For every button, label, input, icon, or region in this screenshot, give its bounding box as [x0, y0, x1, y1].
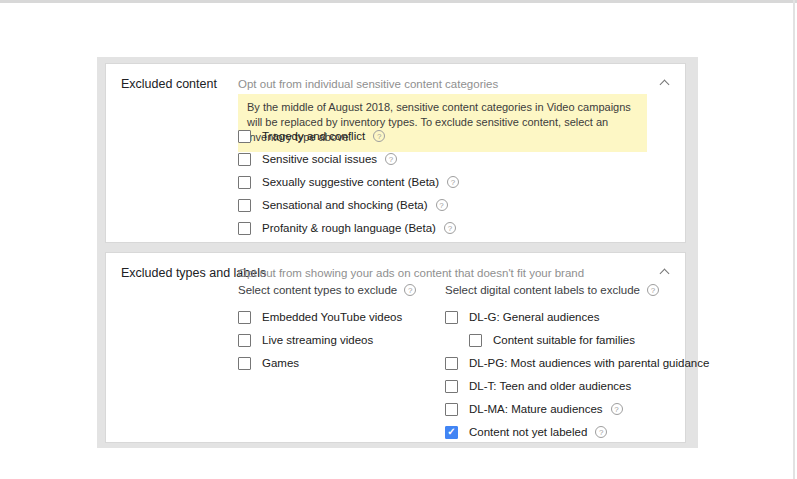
sensitive-category-list: ✓ Tragedy and conflict ? ✓ Sensitive soc…	[238, 128, 459, 243]
checkbox-row-tragedy-and-conflict: ✓ Tragedy and conflict ?	[238, 128, 459, 144]
checkbox[interactable]: ✓	[469, 334, 482, 347]
checkbox-row-profanity-rough-language: ✓ Profanity & rough language (Beta) ?	[238, 220, 459, 236]
checkbox[interactable]: ✓	[238, 130, 251, 143]
checkbox-label: Tragedy and conflict	[262, 130, 365, 142]
checkbox-label: Sexually suggestive content (Beta)	[262, 176, 439, 188]
checkbox[interactable]: ✓	[445, 357, 458, 370]
checkbox-row-games: ✓ Games	[238, 355, 445, 371]
column-header-label: Select content types to exclude	[238, 284, 397, 296]
help-icon[interactable]: ?	[647, 284, 659, 296]
settings-panel: Excluded content Opt out from individual…	[97, 57, 698, 448]
checkbox-row-content-suitable-families: ✓ Content suitable for families	[469, 332, 709, 348]
checkbox[interactable]: ✓	[238, 357, 251, 370]
column-header: Select content types to exclude ?	[238, 284, 445, 296]
exclusion-columns: Select content types to exclude ? ✓ Embe…	[238, 284, 709, 447]
checkmark-icon: ✓	[447, 427, 455, 437]
checkbox[interactable]: ✓	[238, 311, 251, 324]
checkbox[interactable]: ✓	[445, 426, 458, 439]
checkbox[interactable]: ✓	[238, 199, 251, 212]
chevron-up-icon[interactable]	[659, 80, 669, 88]
checkbox-label: Content suitable for families	[493, 334, 635, 346]
excluded-content-card: Excluded content Opt out from individual…	[105, 63, 686, 243]
chevron-up-icon[interactable]	[659, 269, 669, 277]
checkbox-row-dl-ma: ✓ DL-MA: Mature audiences ?	[445, 401, 709, 417]
checkbox-row-sexually-suggestive: ✓ Sexually suggestive content (Beta) ?	[238, 174, 459, 190]
checkbox-row-embedded-youtube: ✓ Embedded YouTube videos	[238, 309, 445, 325]
checkbox-row-dl-g: ✓ DL-G: General audiences	[445, 309, 709, 325]
checkbox[interactable]: ✓	[238, 222, 251, 235]
checkbox[interactable]: ✓	[238, 176, 251, 189]
section-description: Opt out from showing your ads on content…	[238, 267, 584, 279]
column-header: Select digital content labels to exclude…	[445, 284, 709, 296]
checkbox-row-sensitive-social-issues: ✓ Sensitive social issues ?	[238, 151, 459, 167]
window-right-border	[793, 0, 795, 479]
help-icon[interactable]: ?	[385, 153, 397, 165]
checkbox[interactable]: ✓	[445, 380, 458, 393]
help-icon[interactable]: ?	[373, 130, 385, 142]
help-icon[interactable]: ?	[447, 176, 459, 188]
checkbox-label: Sensational and shocking (Beta)	[262, 199, 428, 211]
checkbox[interactable]: ✓	[238, 334, 251, 347]
checkbox-row-sensational-shocking: ✓ Sensational and shocking (Beta) ?	[238, 197, 459, 213]
checkbox-row-live-streaming: ✓ Live streaming videos	[238, 332, 445, 348]
checkbox[interactable]: ✓	[445, 403, 458, 416]
checkbox[interactable]: ✓	[445, 311, 458, 324]
help-icon[interactable]: ?	[444, 222, 456, 234]
checkbox-label: Content not yet labeled	[469, 426, 587, 438]
checkbox-label: DL-T: Teen and older audiences	[469, 380, 631, 392]
checkbox-label: DL-MA: Mature audiences	[469, 403, 603, 415]
content-labels-column: Select digital content labels to exclude…	[445, 284, 709, 447]
column-header-label: Select digital content labels to exclude	[445, 284, 640, 296]
help-icon[interactable]: ?	[611, 403, 623, 415]
section-title: Excluded content	[121, 77, 217, 91]
excluded-types-labels-card: Excluded types and labels Opt out from s…	[105, 252, 686, 443]
checkbox-label: Sensitive social issues	[262, 153, 377, 165]
help-icon[interactable]: ?	[404, 284, 416, 296]
checkbox-label: Games	[262, 357, 299, 369]
checkbox-label: DL-PG: Most audiences with parental guid…	[469, 357, 709, 369]
checkbox-row-content-not-yet-labeled: ✓ Content not yet labeled ?	[445, 424, 709, 440]
help-icon[interactable]: ?	[436, 199, 448, 211]
checkbox-label: Live streaming videos	[262, 334, 373, 346]
content-types-column: Select content types to exclude ? ✓ Embe…	[238, 284, 445, 447]
window-top-border	[0, 0, 797, 3]
section-description: Opt out from individual sensitive conten…	[238, 78, 498, 90]
checkbox-label: Embedded YouTube videos	[262, 311, 402, 323]
checkbox[interactable]: ✓	[238, 153, 251, 166]
checkbox-row-dl-t: ✓ DL-T: Teen and older audiences	[445, 378, 709, 394]
checkbox-label: Profanity & rough language (Beta)	[262, 222, 436, 234]
checkbox-row-dl-pg: ✓ DL-PG: Most audiences with parental gu…	[445, 355, 709, 371]
checkbox-label: DL-G: General audiences	[469, 311, 599, 323]
help-icon[interactable]: ?	[595, 426, 607, 438]
